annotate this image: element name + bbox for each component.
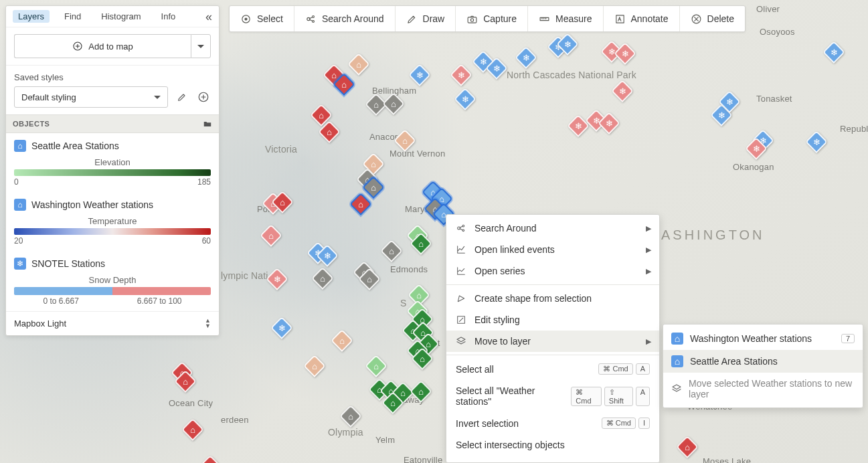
map-marker[interactable]: ⌂ (185, 422, 201, 440)
map-marker[interactable]: ⌂ (368, 96, 384, 115)
map-marker[interactable]: ⌂ (365, 179, 381, 198)
map-marker[interactable]: ⌂ (361, 271, 377, 290)
saved-style-select[interactable]: Default styling (14, 86, 168, 108)
ctx-edit-styling[interactable]: Edit styling (446, 309, 659, 331)
map-marker[interactable]: ❄ (453, 67, 469, 86)
label-tonasket: Tonasket (756, 94, 792, 104)
map-marker[interactable]: ⌂ (413, 383, 429, 402)
map-marker[interactable]: ❄ (721, 94, 737, 112)
submenu-washington[interactable]: ⌂ Washington Weather stations 7 (663, 327, 863, 350)
ctx-invert-selection[interactable]: Invert selection ⌘ CmdI (446, 412, 659, 434)
map-marker[interactable]: ⌂ (336, 76, 352, 95)
layers-icon (456, 336, 466, 347)
layer-snotel[interactable]: ❄ SNOTEL Stations Snow Depth 0 to 6.6676… (6, 251, 219, 311)
map-marker[interactable]: ⌂ (368, 358, 384, 377)
ctx-select-intersecting[interactable]: Select intersecting objects (446, 434, 659, 456)
map-marker[interactable]: ⌂ (321, 124, 337, 143)
ctx-move-to-layer[interactable]: Move to layer▶ (446, 331, 659, 352)
layer-seattle[interactable]: ⌂ Seattle Area Stations Elevation 0185 (6, 133, 219, 192)
map-marker[interactable]: ⌂ (397, 132, 413, 151)
move-layer-icon (671, 383, 682, 395)
map-marker[interactable]: ⌂ (413, 236, 429, 254)
label-victoria: Victoria (265, 144, 297, 155)
basemap-select[interactable]: Mapbox Light ▲▼ (6, 311, 219, 335)
map-marker[interactable]: ⌂ (334, 333, 350, 351)
map-marker[interactable]: ❄ (617, 45, 633, 64)
map-marker[interactable]: ⌂ (351, 56, 367, 75)
label-ncascades: North Cascades National Park (507, 70, 574, 80)
delete-tool[interactable]: Delete (680, 6, 745, 31)
add-to-map-dropdown[interactable] (191, 34, 211, 58)
map-marker[interactable]: ⌂ (343, 408, 359, 427)
tab-histogram[interactable]: Histogram (96, 10, 146, 23)
plus-circle-icon (72, 41, 83, 52)
submenu-move-new[interactable]: Move selected Weather stations to new la… (663, 373, 863, 405)
edit-style-button[interactable] (175, 90, 189, 104)
map-marker[interactable]: ⌂ (679, 439, 695, 458)
submenu-seattle[interactable]: ⌂ Seattle Area Stations (663, 350, 863, 373)
map-marker[interactable]: ❄ (601, 115, 617, 134)
tab-find[interactable]: Find (59, 10, 86, 23)
map-marker[interactable]: ⌂ (353, 196, 369, 215)
map-marker[interactable]: ⌂ (177, 373, 193, 392)
map-marker[interactable]: ⌂ (202, 458, 218, 463)
svg-point-6 (471, 18, 474, 21)
ctx-select-all-type[interactable]: Select all "Weather stations" ⌘ Cmd⇧ Shi… (446, 380, 659, 412)
capture-tool[interactable]: Capture (456, 6, 528, 31)
map-marker[interactable]: ⌂ (307, 358, 323, 377)
map-marker[interactable]: ⌂ (315, 270, 331, 289)
home-icon: ⌂ (671, 355, 683, 367)
ctx-select-all[interactable]: Select all ⌘ CmdA (446, 358, 659, 380)
map-marker[interactable]: ❄ (808, 134, 824, 153)
objects-header: OBJECTS (6, 114, 219, 133)
map-marker[interactable]: ⌂ (263, 227, 279, 246)
edit-icon (456, 314, 466, 325)
map-marker[interactable]: ⌂ (274, 194, 290, 213)
map-marker[interactable]: ⌂ (414, 351, 430, 369)
map-marker[interactable]: ❄ (518, 50, 534, 68)
map-marker[interactable]: ❄ (319, 248, 335, 266)
map-marker[interactable]: ❄ (748, 141, 764, 159)
select-tool[interactable]: Select (230, 6, 294, 31)
target-icon (240, 13, 252, 25)
tab-info[interactable]: Info (156, 10, 181, 23)
draw-tool[interactable]: Draw (396, 6, 456, 31)
measure-tool[interactable]: Measure (528, 6, 603, 31)
plus-circle-icon (197, 91, 209, 103)
ctx-filter-selected[interactable]: Filter to selected objects (446, 456, 659, 463)
shape-icon (456, 293, 466, 304)
map-marker[interactable]: ⌂ (385, 395, 401, 413)
map-marker[interactable]: ❄ (412, 67, 428, 86)
label-seattle: S (400, 298, 407, 308)
ctx-create-shape[interactable]: Create shape from selection (446, 288, 659, 309)
svg-point-12 (458, 227, 460, 229)
map-marker[interactable]: ❄ (269, 271, 285, 290)
folder-icon[interactable] (203, 119, 212, 128)
annotate-tool[interactable]: Annotate (604, 6, 680, 31)
map-marker[interactable]: ⌂ (383, 243, 400, 262)
ctx-open-series[interactable]: Open series▶ (446, 260, 659, 282)
map-marker[interactable]: ❄ (570, 118, 586, 136)
label-olympic: lympic Nati (221, 270, 268, 281)
add-to-map-button[interactable]: Add to map (14, 34, 191, 58)
map-marker[interactable]: ⌂ (385, 96, 402, 114)
ctx-search-around[interactable]: Search Around▶ (446, 217, 659, 239)
map-marker[interactable]: ❄ (489, 60, 505, 79)
search-around-tool[interactable]: Search Around (294, 6, 396, 31)
tab-layers[interactable]: Layers (13, 10, 50, 23)
ctx-open-linked[interactable]: Open linked events▶ (446, 239, 659, 260)
map-marker[interactable]: ❄ (457, 91, 473, 110)
map-marker[interactable]: ❄ (614, 83, 630, 102)
legend-label: Temperature (14, 216, 211, 226)
legend-label: Snow Depth (14, 275, 211, 285)
map-marker[interactable]: ❄ (826, 44, 842, 63)
map-marker[interactable]: ❄ (274, 320, 290, 339)
collapse-panel-icon[interactable]: « (205, 11, 212, 23)
legend-label: Elevation (14, 157, 211, 167)
search-around-icon (305, 13, 317, 25)
series-icon (456, 266, 466, 276)
map-marker[interactable]: ❄ (559, 36, 576, 55)
layer-washington-weather[interactable]: ⌂ Washington Weather stations Temperatur… (6, 192, 219, 251)
add-style-button[interactable] (196, 90, 211, 104)
label-oliver: Oliver (756, 4, 780, 14)
